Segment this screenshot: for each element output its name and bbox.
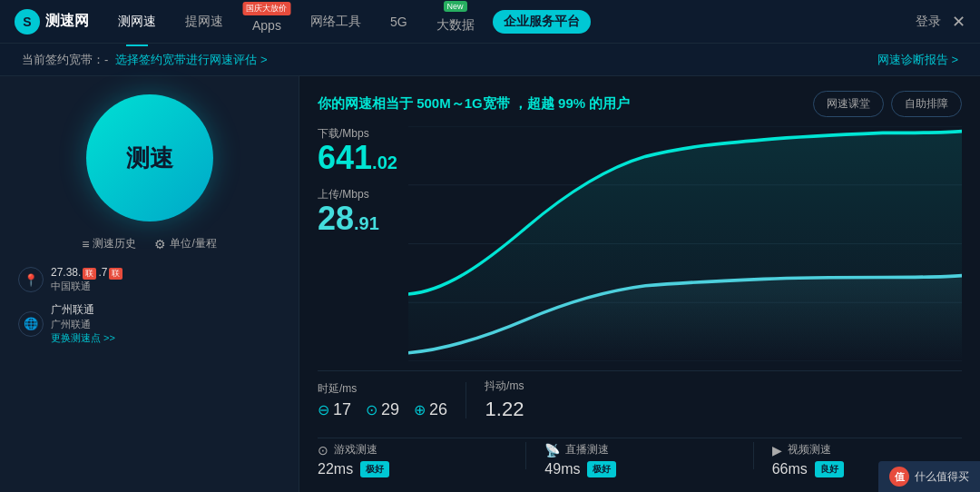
jitter-value: 1.22 <box>485 398 524 421</box>
gaming-label: 游戏测速 <box>334 442 377 458</box>
features-row: ⊙ 游戏测速 22ms 极好 📡 直播测速 49ms 极好 <box>318 438 962 477</box>
location-icon: 📍 <box>18 267 44 292</box>
streaming-icon: 📡 <box>544 443 560 458</box>
gaming-icon: ⊙ <box>318 443 328 458</box>
latency-num-3: 26 <box>429 400 447 419</box>
latency-label: 时延/ms <box>318 381 447 397</box>
result-header: 你的网速相当于 500M～1G宽带 ，超越 99% 的用户 网速课堂 自助排障 <box>318 91 962 117</box>
subheader-left: 当前签约宽带：- 选择签约宽带进行网速评估 > <box>22 52 268 68</box>
latency-icon-2: ⊙ <box>366 401 377 418</box>
metrics-row: 时延/ms ⊖ 17 ⊙ 29 ⊕ 26 <box>318 370 962 428</box>
speed-button-label: 测速 <box>126 143 173 174</box>
chart-area <box>408 126 962 361</box>
metric-divider <box>466 382 466 418</box>
upload-value: 28.91 <box>318 202 397 235</box>
circle-controls: ≡ 测速历史 ⚙ 单位/量程 <box>82 236 217 251</box>
location-name: 广州联通 <box>51 302 115 318</box>
speed-button[interactable]: 测速 <box>86 94 213 221</box>
streaming-ms: 49ms <box>544 461 580 477</box>
speed-overlay: 下载/Mbps 641.02 上传/Mbps 28.91 <box>318 126 397 235</box>
settings-icon: ⚙ <box>154 237 166 251</box>
speed-chart <box>408 126 962 361</box>
feature-divider-2 <box>753 442 754 469</box>
latency-value-3: ⊕ 26 <box>414 400 447 419</box>
location-isp: 广州联通 <box>51 318 115 331</box>
change-server-link[interactable]: 更换测速点 >> <box>51 331 115 345</box>
gaming-badge: 极好 <box>360 461 389 477</box>
nav-item-enterprise[interactable]: 企业服务平台 <box>493 10 591 34</box>
location-info-item: 🌐 广州联通 广州联通 更换测速点 >> <box>18 302 280 345</box>
streaming-values: 49ms 极好 <box>544 461 734 477</box>
gaming-header: ⊙ 游戏测速 <box>318 442 507 458</box>
gaming-ms: 22ms <box>318 461 353 477</box>
nav-item-5g[interactable]: 5G <box>379 11 418 33</box>
download-section: 下载/Mbps 641.02 <box>318 126 397 174</box>
header: S 测速网 测网速 提网速 国庆大放价 Apps 网络工具 5G New 大数据… <box>0 0 980 44</box>
result-text: 你的网速相当于 500M～1G宽带 ，超越 99% 的用户 <box>318 95 630 113</box>
streaming-badge: 极好 <box>587 461 616 477</box>
logo-text: 测速网 <box>45 12 89 31</box>
feature-streaming[interactable]: 📡 直播测速 49ms 极好 <box>544 442 734 477</box>
logo-icon: S <box>15 9 40 34</box>
self-repair-button[interactable]: 自助排障 <box>891 91 962 117</box>
speed-class-button[interactable]: 网速课堂 <box>813 91 884 117</box>
main-content: 测速 ≡ 测速历史 ⚙ 单位/量程 📍 27.38.联.7联 中国联通 🌐 <box>0 76 980 492</box>
select-bandwidth-link[interactable]: 选择签约宽带进行网速评估 > <box>115 52 267 68</box>
ip-address: 27.38.联.7联 <box>51 266 124 280</box>
bandwidth-label: 当前签约宽带：- <box>22 52 108 68</box>
login-button[interactable]: 登录 <box>916 14 941 30</box>
ip-content: 27.38.联.7联 中国联通 <box>51 266 124 293</box>
latency-num-1: 17 <box>333 400 351 419</box>
video-icon: ▶ <box>772 443 782 458</box>
unit-control[interactable]: ⚙ 单位/量程 <box>154 236 216 251</box>
subheader: 当前签约宽带：- 选择签约宽带进行网速评估 > 网速诊断报告 > <box>0 44 980 76</box>
history-label: 测速历史 <box>93 236 136 251</box>
latency-icon-1: ⊖ <box>318 401 329 418</box>
latency-group: 时延/ms ⊖ 17 ⊙ 29 ⊕ 26 <box>318 381 447 419</box>
nav-item-speedtest[interactable]: 测网速 <box>107 10 167 34</box>
latency-value-2: ⊙ 29 <box>366 400 399 419</box>
ip-info-item: 📍 27.38.联.7联 中国联通 <box>18 266 280 293</box>
latency-num-2: 29 <box>381 400 399 419</box>
header-right: 登录 ✕ <box>916 12 965 32</box>
latency-value-1: ⊖ 17 <box>318 400 351 419</box>
close-button[interactable]: ✕ <box>952 12 965 32</box>
unit-label: 单位/量程 <box>170 236 216 251</box>
nav-item-boost[interactable]: 提网速 <box>174 10 234 34</box>
apps-badge: 国庆大放价 <box>242 2 290 15</box>
gaming-values: 22ms 极好 <box>318 461 507 477</box>
location-content: 广州联通 广州联通 更换测速点 >> <box>51 302 115 345</box>
upload-section: 上传/Mbps 28.91 <box>318 187 397 235</box>
latency-values: ⊖ 17 ⊙ 29 ⊕ 26 <box>318 400 447 419</box>
bigdata-badge: New <box>444 1 467 12</box>
download-value: 641.02 <box>318 142 397 174</box>
jitter-label: 抖动/ms <box>485 379 524 394</box>
diagnosis-report-link[interactable]: 网速诊断报告 > <box>877 52 958 68</box>
feature-divider-1 <box>525 442 526 469</box>
isp-label: 中国联通 <box>51 280 124 293</box>
nav: 测网速 提网速 国庆大放价 Apps 网络工具 5G New 大数据 企业服务平… <box>107 6 916 37</box>
watermark-text: 什么值得买 <box>915 469 969 485</box>
latency-icon-3: ⊕ <box>414 401 426 418</box>
video-label: 视频测速 <box>788 442 831 458</box>
feature-gaming[interactable]: ⊙ 游戏测速 22ms 极好 <box>318 442 507 477</box>
video-ms: 66ms <box>772 461 808 477</box>
streaming-label: 直播测速 <box>565 442 609 458</box>
video-header: ▶ 视频测速 <box>772 442 962 458</box>
nav-item-tools[interactable]: 网络工具 <box>299 10 372 34</box>
history-icon: ≡ <box>82 237 89 251</box>
video-badge: 良好 <box>815 461 844 477</box>
nav-item-bigdata[interactable]: New 大数据 <box>426 6 485 37</box>
jitter-group: 抖动/ms 1.22 <box>485 379 524 421</box>
nav-item-apps[interactable]: 国庆大放价 Apps <box>241 7 292 36</box>
result-buttons: 网速课堂 自助排障 <box>813 91 962 117</box>
globe-icon: 🌐 <box>18 311 44 337</box>
history-control[interactable]: ≡ 测速历史 <box>82 236 136 251</box>
right-panel: 你的网速相当于 500M～1G宽带 ，超越 99% 的用户 网速课堂 自助排障 … <box>299 76 980 492</box>
watermark-icon: 值 <box>889 467 909 487</box>
watermark: 值 什么值得买 <box>878 461 980 492</box>
logo[interactable]: S 测速网 <box>15 9 89 34</box>
streaming-header: 📡 直播测速 <box>544 442 734 458</box>
chart-container: 下载/Mbps 641.02 上传/Mbps 28.91 <box>318 126 962 361</box>
left-panel: 测速 ≡ 测速历史 ⚙ 单位/量程 📍 27.38.联.7联 中国联通 🌐 <box>0 76 299 492</box>
